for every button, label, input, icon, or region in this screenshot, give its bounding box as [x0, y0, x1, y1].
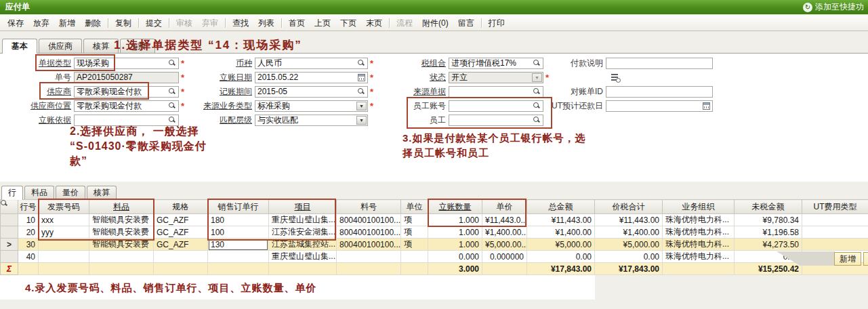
grid-tab-accounting[interactable]: 核算: [87, 186, 117, 199]
list-settings-icon[interactable]: [611, 74, 618, 75]
cell-invoice-no[interactable]: xxx: [39, 214, 89, 226]
list-button[interactable]: 列表: [253, 16, 279, 30]
find-button[interactable]: 查找: [228, 16, 253, 30]
abandon-button[interactable]: 放弃: [28, 16, 54, 30]
cell-qty[interactable]: 1.000: [428, 239, 482, 251]
grid-tab-items[interactable]: 料品: [24, 186, 54, 199]
dropdown-arrow-icon[interactable]: ▼: [356, 102, 367, 110]
row-selector[interactable]: >: [1, 239, 18, 251]
posting-period-input[interactable]: 2015-05: [255, 86, 368, 98]
supplier-location-input[interactable]: 零散采购现金付款: [74, 100, 179, 112]
cell-project[interactable]: 江苏淮安金湖集...: [269, 226, 337, 239]
cell-part-no[interactable]: [337, 251, 401, 263]
cell-item[interactable]: 智能锁具安装费: [89, 239, 154, 251]
copy-button[interactable]: 复制: [110, 16, 136, 30]
ut-due-date-input[interactable]: [606, 100, 713, 112]
cell-price[interactable]: ¥1,400.00...: [482, 226, 527, 239]
add-row-button[interactable]: 新增: [834, 252, 861, 266]
add-to-shortcut-button[interactable]: ↻ 添加至快捷功: [803, 1, 864, 13]
cell-part-no[interactable]: 800400100100...: [337, 226, 401, 239]
cell-tax-amount[interactable]: ¥11,443.00: [595, 214, 663, 226]
cell-org[interactable]: 珠海优特电力科...: [663, 239, 735, 251]
next-page-button[interactable]: 下页: [335, 16, 361, 30]
cell-part-no[interactable]: 800400100100...: [337, 239, 401, 251]
cell-price[interactable]: 0.000000: [482, 251, 527, 263]
search-icon[interactable]: [169, 60, 176, 67]
cell-part-no[interactable]: 800400100100...: [337, 214, 401, 226]
search-icon[interactable]: [169, 102, 176, 110]
partial-button[interactable]: [863, 252, 868, 266]
cell-qty[interactable]: 1.000: [428, 214, 482, 226]
search-icon[interactable]: [258, 241, 266, 248]
dropdown-arrow-icon[interactable]: ▼: [356, 116, 367, 125]
cell-spec[interactable]: [154, 251, 208, 263]
cell-line-no[interactable]: 30: [18, 239, 39, 251]
currency-input[interactable]: 人民币: [255, 58, 368, 69]
cell-tax-amount[interactable]: ¥5,000.00: [595, 239, 663, 251]
pay-note-input[interactable]: [606, 58, 713, 69]
cell-qty[interactable]: 1.000: [428, 226, 482, 239]
cell-tax-amount[interactable]: 0.00: [595, 251, 663, 263]
cell-spec[interactable]: GC_AZF: [154, 226, 208, 239]
cell-amount[interactable]: ¥5,000.00: [527, 239, 595, 251]
cell-unit[interactable]: [401, 251, 428, 263]
cell-unit[interactable]: 项: [401, 226, 428, 239]
search-icon[interactable]: [169, 88, 176, 96]
cell-line-no[interactable]: 10: [18, 214, 39, 226]
cell-price[interactable]: ¥11,443.0...: [482, 214, 527, 226]
row-selector[interactable]: [1, 251, 18, 263]
statement-id-input[interactable]: [606, 86, 713, 98]
attachments-button[interactable]: 附件(0): [417, 16, 453, 30]
doc-type-input[interactable]: 现场采购: [74, 58, 179, 69]
cell-so-line[interactable]: 100: [208, 226, 269, 239]
search-icon[interactable]: [533, 117, 541, 124]
cell-amount[interactable]: ¥11,443.00: [527, 214, 595, 226]
cell-price[interactable]: ¥5,000.00...: [482, 239, 527, 251]
delete-button[interactable]: 删除: [80, 16, 106, 30]
cell-org[interactable]: 珠海优特电力科...: [663, 214, 735, 226]
last-page-button[interactable]: 末页: [361, 16, 387, 30]
cell-project[interactable]: 重庆璧山璧山集...: [269, 214, 337, 226]
search-icon[interactable]: [169, 117, 176, 124]
cell-line-no[interactable]: 20: [18, 226, 39, 239]
cell-so-line[interactable]: [208, 251, 269, 263]
calendar-icon[interactable]: [358, 74, 365, 81]
source-biz-type-select[interactable]: 标准采购 ▼: [255, 100, 368, 112]
save-button[interactable]: 保存: [3, 16, 28, 30]
match-level-select[interactable]: 与实收匹配 ▼: [255, 115, 368, 126]
row-selector[interactable]: [1, 226, 18, 239]
cell-unit[interactable]: 项: [401, 214, 428, 226]
print-button[interactable]: 打印: [484, 16, 510, 30]
cell-untaxed[interactable]: ¥4,273.50: [735, 239, 802, 251]
cell-ut-fee-type[interactable]: [802, 226, 868, 239]
cell-ut-fee-type[interactable]: [802, 239, 868, 251]
search-icon[interactable]: [358, 88, 365, 96]
cell-amount[interactable]: 0.00: [527, 251, 595, 263]
cell-ut-fee-type[interactable]: [802, 214, 868, 226]
cell-invoice-no[interactable]: yyy: [39, 226, 89, 239]
cell-project[interactable]: 重庆璧山璧山集...: [269, 251, 337, 263]
cell-invoice-no[interactable]: [39, 239, 89, 251]
cell-tax-amount[interactable]: ¥1,400.00: [595, 226, 663, 239]
cell-org[interactable]: 珠海优特电力科...: [663, 226, 735, 239]
cell-untaxed[interactable]: ¥9,780.34: [735, 214, 802, 226]
cell-amount[interactable]: ¥1,400.00: [527, 226, 595, 239]
employee-input[interactable]: [449, 115, 543, 126]
cell-line-no[interactable]: 40: [18, 251, 39, 263]
first-page-button[interactable]: 首页: [284, 16, 310, 30]
submit-button[interactable]: 提交: [141, 16, 167, 30]
grid-tab-lines[interactable]: 行: [1, 186, 23, 200]
cell-project[interactable]: 江苏盐城集控站...: [269, 239, 337, 251]
cell-item[interactable]: 智能锁具安装费: [89, 226, 154, 239]
cell-item[interactable]: 智能锁具安装费: [89, 214, 154, 226]
cell-item[interactable]: [89, 251, 154, 263]
cell-so-line[interactable]: 180: [208, 214, 269, 226]
supplier-input[interactable]: 零散采购现金付款: [74, 86, 179, 98]
prev-page-button[interactable]: 上页: [310, 16, 335, 30]
row-selector[interactable]: [1, 214, 18, 226]
account-date-input[interactable]: 2015.05.22: [255, 72, 368, 83]
cell-qty[interactable]: 0.000: [428, 251, 482, 263]
tab-basic[interactable]: 基本: [2, 39, 37, 54]
calendar-icon[interactable]: [703, 102, 710, 110]
cell-spec[interactable]: GC_AZF: [154, 214, 208, 226]
